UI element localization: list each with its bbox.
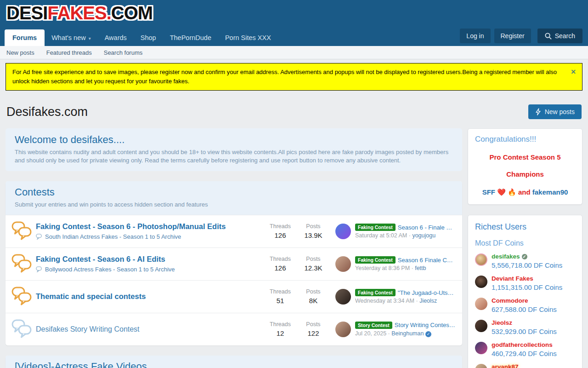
richest-users-widget: Richest Users Most DF Coins desifakes✓5,… [468,215,582,368]
heart-fire-emoji: ❤️ 🔥 [497,188,516,196]
user-coins: 460,729.40 DF Coins [492,350,557,357]
section-title[interactable]: [Videos]-Actress Fake Videos [15,361,453,368]
threads-count: 126 [264,231,297,239]
avatar[interactable] [335,289,351,305]
user-coins: 627,588.00 DF Coins [492,305,557,313]
sub-forum-link[interactable]: Bollywood Actress Fakes - Season 1 to 5 … [45,266,175,273]
richest-user-row: desifakes✓5,556,718.00 DF Coins [475,253,575,269]
welcome-title: Welcome to desifakes.... [15,134,453,146]
forum-title[interactable]: Faking Contest - Season 6 - Photoshop/Ma… [36,222,260,231]
section-title[interactable]: Contests [15,186,453,198]
threads-count: 126 [264,264,297,272]
last-thread-link[interactable]: "The Jugaad-o-Utsav... [398,289,456,296]
congrats-line: Champions [475,170,575,178]
avatar[interactable] [475,320,487,332]
user-coins: 532,929.00 DF Coins [492,328,557,335]
richest-user-name[interactable]: godfathercollections [492,341,557,348]
forum-chat-icon [11,220,32,241]
forum-title[interactable]: Desifakes Story Writing Contest [36,325,260,334]
new-posts-button[interactable]: New posts [528,104,582,119]
thread-badge: Faking Contest [355,224,396,231]
last-post-user[interactable]: yogujogu [412,232,435,239]
congratulations-widget: Congratulations!!! Pro Contest Season 5 … [468,128,582,205]
richest-user-row: Commodore627,588.00 DF Coins [475,297,575,313]
search-button[interactable]: Search [537,29,582,43]
sub-forum-icon [36,266,42,272]
thread-badge: Faking Contest [355,289,396,296]
last-post-user[interactable]: fettb [415,265,426,271]
avatar[interactable] [335,224,351,239]
tab-forums[interactable]: Forums [5,29,45,46]
posts-stat: Posts8K [297,288,330,305]
register-button[interactable]: Register [494,29,531,43]
verified-badge-icon: ✓ [522,254,527,259]
verified-badge-icon: ✓ [425,331,431,337]
page-title: Desifakes.com [6,105,88,119]
forum-row: Thematic and special contests Threads51 … [6,280,462,313]
lightning-bolt-icon [535,108,541,115]
tab-awards[interactable]: Awards [98,29,134,46]
tab-theporndude[interactable]: ThePornDude [163,29,218,46]
subnav-search-forums[interactable]: Search forums [104,49,143,56]
threads-stat: Threads12 [264,321,297,337]
site-logo[interactable]: DESIFAKES.COM [6,2,153,24]
posts-stat: Posts12.3K [297,256,330,272]
avatar[interactable] [335,322,351,337]
posts-count: 8K [297,297,330,305]
last-post-user[interactable]: Jieolsz [419,298,437,304]
last-post-time: Wednesday at 3:34 AM · [355,298,418,304]
sub-nav: New posts Featured threads Search forums [0,46,588,59]
posts-stat: Posts122 [297,321,330,337]
avatar[interactable] [475,298,487,310]
posts-stat: Posts13.9K [297,223,330,239]
avatar[interactable] [475,342,487,354]
thread-badge: Story Contest [355,322,392,329]
chevron-down-icon: ▾ [89,36,91,41]
tab-porn-sites-xxx[interactable]: Porn Sites XXX [218,29,278,46]
richest-user-name[interactable]: Deviant Fakes [492,275,562,282]
last-thread-link[interactable]: Season 6 Finale Chall... [398,257,456,264]
forum-row: Faking Contest - Season 6 - AI Edits Bol… [6,247,462,280]
last-thread-link[interactable]: Story Writing Contest ... [395,322,456,328]
avatar[interactable] [335,256,351,272]
logo-fakes: FAKES. [47,3,111,23]
sub-forum-link[interactable]: South Indian Actress Fakes - Season 1 to… [45,233,181,240]
avatar[interactable] [475,276,487,288]
richest-user-name[interactable]: Jieolsz [492,319,557,326]
welcome-body: This website contains nudity and adult c… [15,148,453,164]
logo-desi: DESI [6,3,47,23]
tab-whats-new[interactable]: What's new▾ [45,29,98,46]
search-button-label: Search [555,32,575,40]
section-contests: Contests Submit your entries and win poi… [6,181,462,345]
search-icon [545,33,552,40]
congrats-line: Pro Contest Season 5 [475,153,575,161]
last-thread-link[interactable]: Season 6 - Finale Cha... [398,224,456,231]
threads-count: 12 [264,329,297,337]
richest-user-name[interactable]: Commodore [492,297,557,304]
logo-com: COM [111,3,153,23]
richest-user-name[interactable]: desifakes✓ [492,253,562,260]
forum-title[interactable]: Thematic and special contests [36,292,260,301]
richest-user-name[interactable]: aryank87 [492,363,557,368]
sub-forum-icon [36,234,42,240]
winner-link[interactable]: SFF [482,188,495,196]
threads-stat: Threads51 [264,288,297,305]
richest-user-row: godfathercollections460,729.40 DF Coins [475,341,575,357]
forum-row: Faking Contest - Season 6 - Photoshop/Ma… [6,215,462,247]
last-post-time: Saturday at 5:02 AM · [355,232,411,239]
last-post-user[interactable]: Beinghuman [391,330,424,337]
login-button[interactable]: Log in [460,29,490,43]
winner-link[interactable]: fakeman90 [532,188,568,196]
most-df-coins-subtitle: Most DF Coins [475,239,575,247]
user-coins: 1,151,315.00 DF Coins [492,283,562,291]
tab-shop[interactable]: Shop [134,29,163,46]
avatar[interactable] [475,253,487,266]
forum-title[interactable]: Faking Contest - Season 6 - AI Edits [36,255,260,264]
site-header: DESIFAKES.COM Forums What's new▾ Awards … [0,0,588,46]
subnav-featured-threads[interactable]: Featured threads [46,49,92,56]
forum-chat-icon [11,253,32,273]
avatar[interactable] [475,364,487,368]
subnav-new-posts[interactable]: New posts [6,49,34,56]
section-videos: [Videos]-Actress Fake Videos All actress… [6,356,462,368]
close-icon[interactable]: ✕ [571,67,576,77]
